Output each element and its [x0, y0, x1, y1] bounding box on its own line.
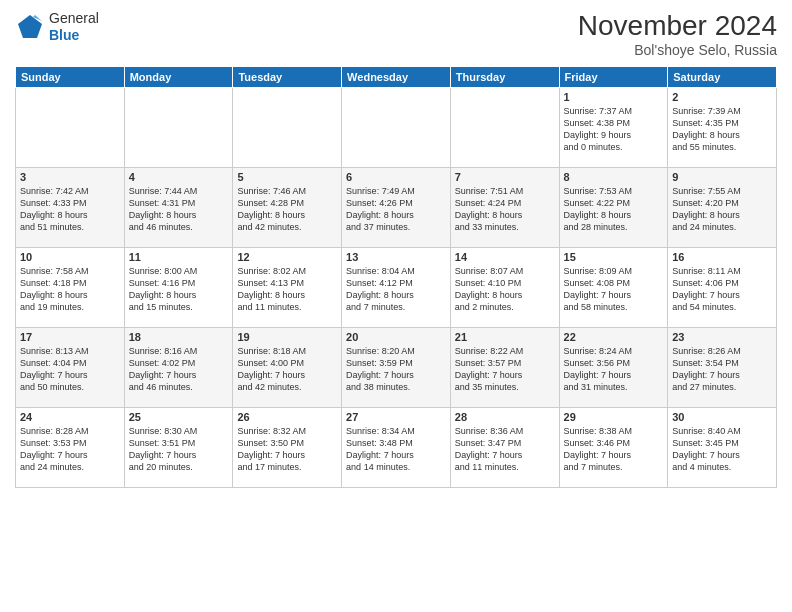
- calendar-cell: [124, 88, 233, 168]
- calendar-cell: 2Sunrise: 7:39 AM Sunset: 4:35 PM Daylig…: [668, 88, 777, 168]
- calendar-cell: 28Sunrise: 8:36 AM Sunset: 3:47 PM Dayli…: [450, 408, 559, 488]
- calendar-cell: 26Sunrise: 8:32 AM Sunset: 3:50 PM Dayli…: [233, 408, 342, 488]
- day-number: 19: [237, 331, 337, 343]
- day-number: 23: [672, 331, 772, 343]
- day-number: 25: [129, 411, 229, 423]
- calendar-cell: 17Sunrise: 8:13 AM Sunset: 4:04 PM Dayli…: [16, 328, 125, 408]
- day-info: Sunrise: 8:00 AM Sunset: 4:16 PM Dayligh…: [129, 265, 229, 314]
- calendar-cell: 3Sunrise: 7:42 AM Sunset: 4:33 PM Daylig…: [16, 168, 125, 248]
- day-info: Sunrise: 8:28 AM Sunset: 3:53 PM Dayligh…: [20, 425, 120, 474]
- day-number: 6: [346, 171, 446, 183]
- weekday-header: Tuesday: [233, 67, 342, 88]
- calendar-table: SundayMondayTuesdayWednesdayThursdayFrid…: [15, 66, 777, 488]
- day-number: 5: [237, 171, 337, 183]
- day-info: Sunrise: 8:18 AM Sunset: 4:00 PM Dayligh…: [237, 345, 337, 394]
- calendar-week-row: 1Sunrise: 7:37 AM Sunset: 4:38 PM Daylig…: [16, 88, 777, 168]
- day-info: Sunrise: 8:11 AM Sunset: 4:06 PM Dayligh…: [672, 265, 772, 314]
- calendar-cell: 4Sunrise: 7:44 AM Sunset: 4:31 PM Daylig…: [124, 168, 233, 248]
- calendar-week-row: 3Sunrise: 7:42 AM Sunset: 4:33 PM Daylig…: [16, 168, 777, 248]
- day-info: Sunrise: 7:46 AM Sunset: 4:28 PM Dayligh…: [237, 185, 337, 234]
- calendar-cell: 16Sunrise: 8:11 AM Sunset: 4:06 PM Dayli…: [668, 248, 777, 328]
- day-number: 26: [237, 411, 337, 423]
- calendar-cell: 8Sunrise: 7:53 AM Sunset: 4:22 PM Daylig…: [559, 168, 668, 248]
- calendar-cell: [450, 88, 559, 168]
- day-info: Sunrise: 8:30 AM Sunset: 3:51 PM Dayligh…: [129, 425, 229, 474]
- weekday-header: Friday: [559, 67, 668, 88]
- day-info: Sunrise: 7:37 AM Sunset: 4:38 PM Dayligh…: [564, 105, 664, 154]
- day-number: 24: [20, 411, 120, 423]
- calendar-cell: 10Sunrise: 7:58 AM Sunset: 4:18 PM Dayli…: [16, 248, 125, 328]
- day-number: 2: [672, 91, 772, 103]
- day-info: Sunrise: 7:58 AM Sunset: 4:18 PM Dayligh…: [20, 265, 120, 314]
- calendar-cell: 20Sunrise: 8:20 AM Sunset: 3:59 PM Dayli…: [342, 328, 451, 408]
- calendar-cell: 22Sunrise: 8:24 AM Sunset: 3:56 PM Dayli…: [559, 328, 668, 408]
- day-info: Sunrise: 8:38 AM Sunset: 3:46 PM Dayligh…: [564, 425, 664, 474]
- calendar-cell: [342, 88, 451, 168]
- day-info: Sunrise: 8:22 AM Sunset: 3:57 PM Dayligh…: [455, 345, 555, 394]
- weekday-header: Thursday: [450, 67, 559, 88]
- day-info: Sunrise: 8:32 AM Sunset: 3:50 PM Dayligh…: [237, 425, 337, 474]
- day-number: 8: [564, 171, 664, 183]
- day-info: Sunrise: 8:04 AM Sunset: 4:12 PM Dayligh…: [346, 265, 446, 314]
- logo: General Blue: [15, 10, 99, 44]
- day-info: Sunrise: 7:55 AM Sunset: 4:20 PM Dayligh…: [672, 185, 772, 234]
- logo-icon: [15, 12, 45, 42]
- day-number: 21: [455, 331, 555, 343]
- day-number: 17: [20, 331, 120, 343]
- calendar-cell: 30Sunrise: 8:40 AM Sunset: 3:45 PM Dayli…: [668, 408, 777, 488]
- day-number: 9: [672, 171, 772, 183]
- calendar-cell: 14Sunrise: 8:07 AM Sunset: 4:10 PM Dayli…: [450, 248, 559, 328]
- day-info: Sunrise: 7:44 AM Sunset: 4:31 PM Dayligh…: [129, 185, 229, 234]
- location: Bol'shoye Selo, Russia: [578, 42, 777, 58]
- header: General Blue November 2024 Bol'shoye Sel…: [15, 10, 777, 58]
- calendar-cell: 27Sunrise: 8:34 AM Sunset: 3:48 PM Dayli…: [342, 408, 451, 488]
- day-info: Sunrise: 7:49 AM Sunset: 4:26 PM Dayligh…: [346, 185, 446, 234]
- day-info: Sunrise: 8:07 AM Sunset: 4:10 PM Dayligh…: [455, 265, 555, 314]
- day-number: 13: [346, 251, 446, 263]
- title-block: November 2024 Bol'shoye Selo, Russia: [578, 10, 777, 58]
- day-info: Sunrise: 8:02 AM Sunset: 4:13 PM Dayligh…: [237, 265, 337, 314]
- day-info: Sunrise: 8:26 AM Sunset: 3:54 PM Dayligh…: [672, 345, 772, 394]
- weekday-header: Monday: [124, 67, 233, 88]
- calendar-cell: 24Sunrise: 8:28 AM Sunset: 3:53 PM Dayli…: [16, 408, 125, 488]
- weekday-header: Sunday: [16, 67, 125, 88]
- calendar-cell: 29Sunrise: 8:38 AM Sunset: 3:46 PM Dayli…: [559, 408, 668, 488]
- calendar-week-row: 17Sunrise: 8:13 AM Sunset: 4:04 PM Dayli…: [16, 328, 777, 408]
- calendar-week-row: 10Sunrise: 7:58 AM Sunset: 4:18 PM Dayli…: [16, 248, 777, 328]
- day-info: Sunrise: 7:51 AM Sunset: 4:24 PM Dayligh…: [455, 185, 555, 234]
- day-number: 20: [346, 331, 446, 343]
- day-number: 30: [672, 411, 772, 423]
- day-number: 22: [564, 331, 664, 343]
- calendar-cell: [16, 88, 125, 168]
- day-number: 27: [346, 411, 446, 423]
- calendar-cell: 19Sunrise: 8:18 AM Sunset: 4:00 PM Dayli…: [233, 328, 342, 408]
- day-number: 1: [564, 91, 664, 103]
- day-info: Sunrise: 8:34 AM Sunset: 3:48 PM Dayligh…: [346, 425, 446, 474]
- calendar-cell: 25Sunrise: 8:30 AM Sunset: 3:51 PM Dayli…: [124, 408, 233, 488]
- calendar-cell: 23Sunrise: 8:26 AM Sunset: 3:54 PM Dayli…: [668, 328, 777, 408]
- calendar-cell: 7Sunrise: 7:51 AM Sunset: 4:24 PM Daylig…: [450, 168, 559, 248]
- calendar-cell: 18Sunrise: 8:16 AM Sunset: 4:02 PM Dayli…: [124, 328, 233, 408]
- day-number: 3: [20, 171, 120, 183]
- day-number: 12: [237, 251, 337, 263]
- day-number: 4: [129, 171, 229, 183]
- calendar-cell: 11Sunrise: 8:00 AM Sunset: 4:16 PM Dayli…: [124, 248, 233, 328]
- day-number: 14: [455, 251, 555, 263]
- month-title: November 2024: [578, 10, 777, 42]
- day-info: Sunrise: 7:42 AM Sunset: 4:33 PM Dayligh…: [20, 185, 120, 234]
- day-info: Sunrise: 7:39 AM Sunset: 4:35 PM Dayligh…: [672, 105, 772, 154]
- calendar-cell: 6Sunrise: 7:49 AM Sunset: 4:26 PM Daylig…: [342, 168, 451, 248]
- day-number: 7: [455, 171, 555, 183]
- weekday-header: Saturday: [668, 67, 777, 88]
- weekday-header-row: SundayMondayTuesdayWednesdayThursdayFrid…: [16, 67, 777, 88]
- day-number: 11: [129, 251, 229, 263]
- day-info: Sunrise: 8:24 AM Sunset: 3:56 PM Dayligh…: [564, 345, 664, 394]
- weekday-header: Wednesday: [342, 67, 451, 88]
- calendar-cell: 21Sunrise: 8:22 AM Sunset: 3:57 PM Dayli…: [450, 328, 559, 408]
- calendar-cell: 12Sunrise: 8:02 AM Sunset: 4:13 PM Dayli…: [233, 248, 342, 328]
- day-number: 18: [129, 331, 229, 343]
- day-info: Sunrise: 7:53 AM Sunset: 4:22 PM Dayligh…: [564, 185, 664, 234]
- calendar-cell: 13Sunrise: 8:04 AM Sunset: 4:12 PM Dayli…: [342, 248, 451, 328]
- day-info: Sunrise: 8:16 AM Sunset: 4:02 PM Dayligh…: [129, 345, 229, 394]
- calendar-cell: [233, 88, 342, 168]
